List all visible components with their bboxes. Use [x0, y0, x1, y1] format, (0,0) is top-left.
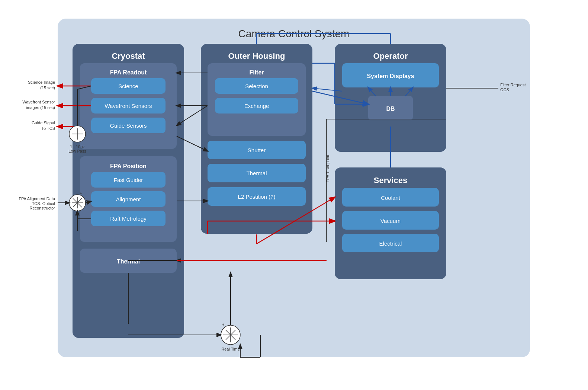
guide-signal-sub-label: To TCS — [42, 126, 55, 131]
cryostat-title: Cryostat — [112, 51, 145, 61]
tcs-optical-label2: Reconstructor — [30, 206, 55, 210]
shutter-btn-label: Shutter — [248, 147, 266, 153]
fpa-alignment-label: FPA Alignment Data — [19, 196, 55, 201]
science-btn-label: Science — [118, 83, 138, 89]
system-displays-btn-label: System Displays — [367, 73, 414, 79]
wavefront-sensor-time-label: images (15 sec) — [26, 105, 55, 110]
selection-btn-label: Selection — [245, 83, 268, 89]
filter-title: Filter — [249, 69, 264, 76]
science-image-label: Science Image — [28, 80, 55, 84]
guide-sensors-btn-label: Guide Sensors — [110, 122, 147, 129]
low-pass-label2: Low Pass — [68, 149, 86, 153]
rt-plus-label: + — [222, 322, 224, 327]
operator-title: Operator — [373, 51, 408, 61]
science-image-time-label: (15 sec) — [40, 86, 55, 90]
fpa-position-title: FPA Position — [110, 163, 147, 169]
services-title: Services — [374, 176, 408, 185]
db-box-label: DB — [386, 106, 395, 112]
fpa-readout-title: FPA Readout — [110, 69, 147, 76]
fast-guider-btn-label: Fast Guider — [114, 177, 143, 183]
outer-housing-title: Outer Housing — [228, 51, 285, 61]
coolant-btn-label: Coolant — [381, 195, 401, 201]
plus-sign: + — [80, 191, 82, 195]
vacuum-btn-label: Vacuum — [380, 218, 401, 224]
raft-metrology-btn-label: Raft Metrology — [110, 215, 147, 222]
guide-signal-label: Guide Signal — [32, 121, 55, 125]
wavefront-sensor-label: Wavefront Sensor — [22, 100, 55, 104]
exchange-btn-label: Exchange — [244, 103, 269, 109]
alignment-btn-label: Alignment — [116, 196, 141, 202]
filter-request-label: Filter Request — [500, 83, 526, 87]
wavefront-sensors-btn-label: Wavefront Sensors — [105, 103, 152, 109]
low-pass-label1: 1 - 10hz — [70, 144, 85, 149]
fpa-t-set-label: FPA T set point — [325, 155, 330, 182]
real-time-label: Real Time — [221, 347, 240, 351]
diagram-container: Camera Control System Cryostat FPA Reado… — [0, 0, 588, 390]
oh-thermal-btn-label: Thermal — [246, 170, 267, 176]
ocs-label: OCS — [500, 87, 509, 92]
tcs-optical-label1: TCS: Optical — [32, 201, 55, 206]
l2-position-btn-label: L2 Postition (?) — [238, 194, 276, 200]
electrical-btn-label: Electrical — [379, 240, 402, 247]
cryostat-thermal-label: Thermal — [117, 258, 140, 265]
